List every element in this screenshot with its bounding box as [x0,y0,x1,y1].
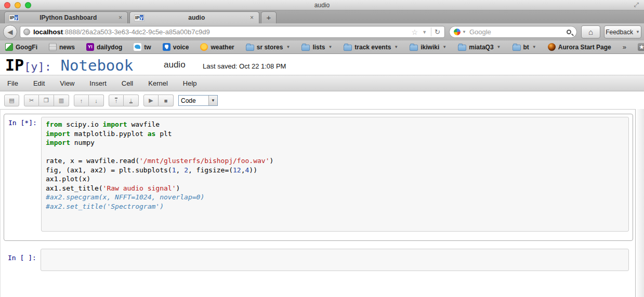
code-line: ax1.set_title('Raw audio signal') [46,184,624,193]
bookmark-item-miataq3[interactable]: miataQ3▼ [458,44,501,51]
cell-type-select[interactable]: Code▼ [178,95,218,106]
tab-strip: IPy IPython Dashboard × IPy audio × + [0,10,644,23]
scrollbar-track[interactable] [636,109,644,297]
input-prompt: In [*]: [8,119,37,127]
bookmark-label: ikiwiki [420,44,439,51]
code-line: ax1.plot(x) [46,174,624,184]
bookmark-item-weather[interactable]: weather [200,43,234,51]
interrupt-kernel-button[interactable]: ■ [159,95,174,106]
cut-cell-button[interactable]: ✂ [24,95,39,106]
feedback-button[interactable]: Feedback▼ [604,25,641,38]
bookmark-item-track-events[interactable]: track events▼ [344,44,398,51]
home-button[interactable]: ⌂ [581,25,600,38]
bookmark-item-voice[interactable]: voice [163,43,189,51]
bookmark-label: lists [312,44,325,51]
insert-cell-below-button[interactable]: ↓ [124,95,139,106]
bookmark-item-bt[interactable]: bt▼ [512,44,536,51]
code-input-area[interactable]: from scipy.io import wavfileimport matpl… [41,117,629,232]
bookmarks-menu-button[interactable]: ★Bookmarks▼ [638,43,644,51]
move-cell-up-button[interactable]: ↑ [74,95,89,106]
bookmark-item-ikiwiki[interactable]: ikiwiki▼ [410,44,446,51]
bookmark-label: weather [211,44,234,51]
search-engine-dropdown-icon[interactable]: ▼ [462,30,466,34]
last-saved-status: Last saved: Oct 22 1:08 PM [203,62,286,70]
code-line: import matplotlib.pyplot as plt [46,129,624,139]
code-line: #ax2.specgram(x, NFFT=1024, noverlap=0) [46,193,624,202]
menu-cell[interactable]: Cell [122,79,133,87]
bookmark-item-aurora-start-page[interactable]: Aurora Start Page [548,43,611,51]
toolbar-button-group: ▤ [4,95,19,106]
browser-window: audio ⤢ IPy IPython Dashboard × IPy audi… [0,0,644,297]
menu-view[interactable]: View [60,79,74,87]
paste-cell-button[interactable]: ▥ [54,95,69,106]
chevron-down-icon: ▼ [328,45,332,49]
run-cell-button[interactable]: ▶ [143,95,159,106]
toolbar-button-group: ▶■ [143,95,174,106]
bookmark-item-googfi[interactable]: GoogFi [5,43,37,51]
menu-file[interactable]: File [7,79,18,87]
reload-icon[interactable]: ↻ [435,28,440,36]
code-line: from scipy.io import wavfile [46,120,624,129]
window-title: audio [0,2,644,9]
notebook-area: In [*]: from scipy.io import wavfileimpo… [0,109,636,297]
ipython-logo[interactable]: IP[y]: Notebook [5,56,133,74]
menu-edit[interactable]: Edit [33,79,45,87]
bookmarks-overflow-chevron[interactable]: » [623,43,626,51]
notebook-title[interactable]: audio [164,60,186,70]
finance-icon [5,43,13,51]
move-cell-down-button[interactable]: ↓ [89,95,104,106]
search-icon[interactable] [567,30,571,34]
copy-cell-button[interactable]: ❐ [39,95,54,106]
tab-audio[interactable]: IPy audio × [129,11,259,23]
google-logo-icon[interactable] [454,29,461,35]
save-button[interactable]: ▤ [4,95,19,106]
url-dropdown-icon[interactable]: ▼ [422,30,427,35]
site-identity-globe-icon[interactable] [23,29,30,35]
menu-kernel[interactable]: Kernel [148,79,168,87]
toolbar-button-group: ✂❐▥ [24,95,69,106]
menu-insert[interactable]: Insert [89,79,107,87]
window-titlebar: audio ⤢ [0,0,644,10]
search-bar[interactable]: ▼ Google [449,26,577,38]
menu-help[interactable]: Help [183,79,197,87]
chevron-down-icon: ▼ [442,45,446,49]
search-placeholder[interactable]: Google [469,28,567,36]
folder-icon [301,45,310,51]
bookmark-label: voice [173,44,189,51]
run-cell-icon: ▶ [149,97,153,104]
chevron-down-icon: ▼ [208,96,217,105]
bookmark-label: sr stores [257,44,283,51]
bookmark-star-icon[interactable]: ☆ [412,28,418,36]
fullscreen-icon[interactable]: ⤢ [634,1,639,8]
close-tab-icon[interactable]: × [117,14,123,21]
tab-label: audio [144,14,249,21]
twitter-icon [134,43,141,51]
insert-cell-above-button[interactable]: ↑ [109,95,124,106]
bookmark-item-dailydog[interactable]: Y!dailydog [86,43,122,51]
bookmark-item-tw[interactable]: tw [134,43,151,51]
interrupt-kernel-icon: ■ [164,98,168,104]
toolbar-button-group: ↑↓ [109,95,139,106]
bookmark-item-sr-stores[interactable]: sr stores▼ [246,44,291,51]
tab-ipython-dashboard[interactable]: IPy IPython Dashboard × [4,11,128,23]
code-line: import numpy [46,138,624,147]
folder-icon [344,45,352,51]
folder-icon [410,45,418,51]
url-text[interactable]: localhost:8888/26a2a503-3e63-4dc2-9c5e-a… [33,28,410,36]
back-button[interactable]: ◀ [3,25,17,39]
bookmark-label: track events [354,44,391,51]
close-tab-icon[interactable]: × [249,14,255,21]
news-icon [49,43,57,51]
code-cell-selected[interactable]: In [*]: from scipy.io import wavfileimpo… [4,114,633,241]
chevron-down-icon: ▼ [286,45,290,49]
bookmark-item-lists[interactable]: lists▼ [301,44,332,51]
url-bar[interactable]: localhost:8888/26a2a503-3e63-4dc2-9c5e-a… [20,26,445,38]
folder-icon [246,45,254,51]
new-tab-button[interactable]: + [261,11,277,23]
notebook-toolbar: ▤✂❐▥↑↓↑↓▶■Code▼ [0,92,644,109]
notebook-header: IP[y]: Notebook audio Last saved: Oct 22… [0,54,644,75]
empty-code-input-area[interactable] [41,249,629,271]
code-line: rate, x = wavfile.read('/mnt/glusterfs/b… [46,156,624,166]
bookmark-item-news[interactable]: news [49,43,75,51]
cut-cell-icon: ✂ [29,97,34,104]
